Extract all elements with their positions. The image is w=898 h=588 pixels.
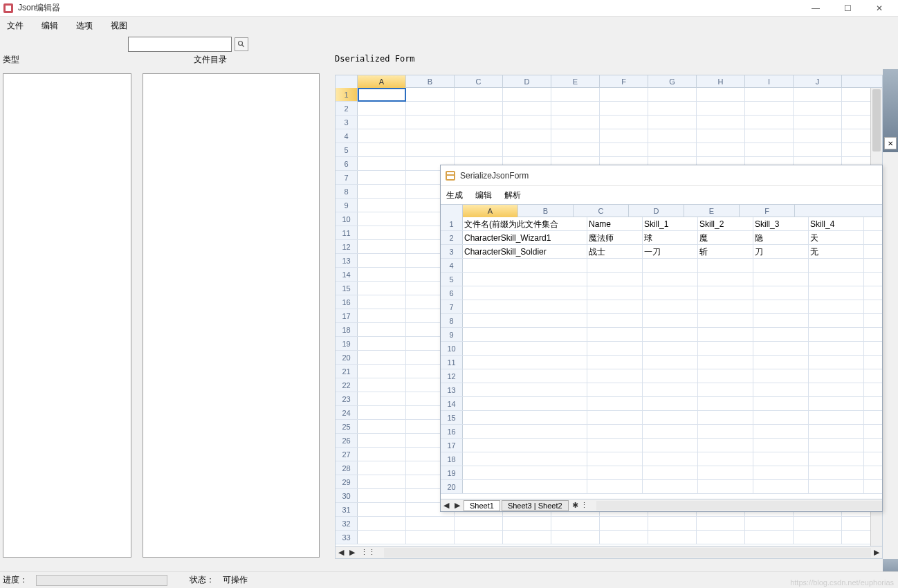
cell[interactable] [643,466,698,480]
cell[interactable]: 天 [809,231,864,245]
cell[interactable] [753,328,809,342]
child-grid[interactable]: ABCDEF1文件名(前缀为此文件集合NameSkill_1Skill_2Ski… [441,205,882,511]
cell[interactable] [600,102,648,116]
row-header-26[interactable]: 26 [336,434,358,447]
row-header-18[interactable]: 18 [336,323,358,336]
cell[interactable] [698,397,753,411]
cell[interactable] [551,116,600,129]
cell[interactable] [643,369,698,383]
cell[interactable] [358,226,406,240]
row-header-1[interactable]: 1 [441,217,463,230]
col-header-C[interactable]: C [574,205,629,217]
row-header-9[interactable]: 9 [441,328,463,341]
cell[interactable] [358,88,406,102]
row-header-2[interactable]: 2 [336,102,358,115]
cell[interactable] [794,116,842,129]
cell[interactable] [463,439,587,452]
tab-nav-prev[interactable]: ◀ [336,548,347,557]
cell[interactable] [455,129,503,143]
cell[interactable] [697,116,745,129]
cell[interactable] [697,517,745,531]
cell[interactable] [809,342,864,356]
row-header-30[interactable]: 30 [336,489,358,502]
cell[interactable] [503,88,551,102]
menu-options[interactable]: 选项 [73,19,95,33]
cell[interactable] [753,259,809,273]
cell[interactable]: 战士 [587,245,643,259]
row-header-9[interactable]: 9 [336,199,358,212]
row-header-10[interactable]: 10 [336,212,358,226]
tab-new[interactable]: ✱ ⋮ [569,501,591,510]
cell[interactable] [587,480,643,494]
cell[interactable]: Skill_3 [753,217,809,231]
cell[interactable] [753,397,809,411]
cell[interactable] [753,466,809,480]
row-header-4[interactable]: 4 [441,259,463,272]
cell[interactable] [648,517,697,531]
cell[interactable] [600,143,648,157]
cell[interactable] [358,254,406,268]
col-header-D[interactable]: D [629,205,684,217]
cell[interactable] [600,116,648,129]
row-header-25[interactable]: 25 [336,420,358,433]
cell[interactable] [698,452,753,466]
row-header-14[interactable]: 14 [336,268,358,281]
row-header-29[interactable]: 29 [336,475,358,488]
cell[interactable] [643,397,698,411]
col-header-C[interactable]: C [455,75,503,88]
cell[interactable] [643,342,698,356]
cell[interactable] [358,129,406,143]
col-header-G[interactable]: G [648,75,697,88]
cell[interactable] [794,88,842,102]
cell[interactable] [358,282,406,295]
row-header-3[interactable]: 3 [336,116,358,129]
minimize-button[interactable]: — [800,0,832,17]
cell[interactable] [697,88,745,102]
cell[interactable] [745,88,794,102]
cell[interactable] [809,273,864,286]
cell[interactable] [745,116,794,129]
cell[interactable] [463,286,587,300]
row-header-23[interactable]: 23 [336,392,358,405]
row-header-31[interactable]: 31 [336,503,358,516]
cell[interactable] [587,342,643,356]
cell[interactable] [358,365,406,378]
col-header-F[interactable]: F [740,205,795,217]
row-header-17[interactable]: 17 [336,309,358,322]
cell[interactable] [358,448,406,461]
cell[interactable] [358,517,406,531]
cell[interactable] [600,517,648,531]
cell[interactable] [698,466,753,480]
cell[interactable] [463,300,587,314]
row-header-8[interactable]: 8 [441,314,463,327]
row-header-20[interactable]: 20 [336,351,358,364]
cell[interactable] [809,356,864,369]
cell[interactable] [753,383,809,397]
child-menu-parse[interactable]: 解析 [504,190,521,201]
scroll-right[interactable]: ▶ [871,548,882,557]
cell[interactable] [643,328,698,342]
row-header-22[interactable]: 22 [336,378,358,392]
col-header-J[interactable]: J [794,75,842,88]
menu-file[interactable]: 文件 [4,19,26,33]
row-header-18[interactable]: 18 [441,452,463,466]
row-header-5[interactable]: 5 [336,143,358,156]
cell[interactable] [503,116,551,129]
cell[interactable] [600,531,648,544]
cell[interactable] [587,286,643,300]
row-header-17[interactable]: 17 [441,439,463,452]
row-header-20[interactable]: 20 [441,480,463,493]
cell[interactable] [587,425,643,439]
cell[interactable] [503,129,551,143]
cell[interactable] [551,88,600,102]
cell[interactable] [406,129,455,143]
cell[interactable] [809,369,864,383]
cell[interactable] [463,397,587,411]
cell[interactable] [648,143,697,157]
cell[interactable]: 无 [809,245,864,259]
row-header-10[interactable]: 10 [441,342,463,355]
row-header-14[interactable]: 14 [441,397,463,410]
cell[interactable] [587,300,643,314]
cell[interactable] [643,452,698,466]
panel-type[interactable] [3,73,131,558]
